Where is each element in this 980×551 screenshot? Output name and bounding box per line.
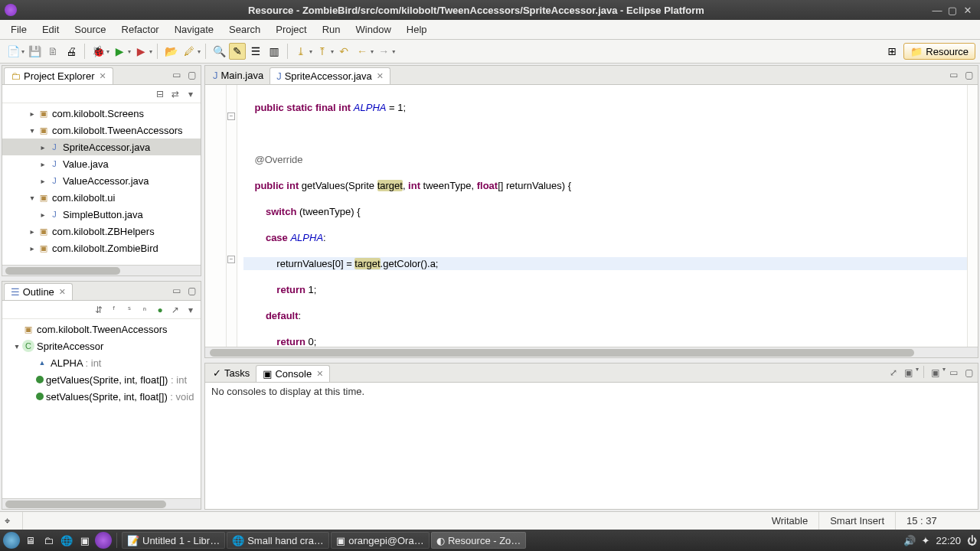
tasks-tab[interactable]: ✓ Tasks [207,365,256,381]
show-desktop-button[interactable]: 🖥 [21,532,38,549]
sort-button[interactable]: ⇵ [92,303,106,317]
eclipse-launcher[interactable] [95,532,112,549]
open-type-button[interactable]: 📂 [162,43,179,60]
toggle-mark-button[interactable]: ▥ [266,43,283,60]
twisty-icon[interactable]: ▸ [27,109,38,118]
menu-project[interactable]: Project [268,21,314,38]
nav-up-button[interactable]: ⤒ [314,43,331,60]
editor-tab-main[interactable]: J Main.java [207,67,270,83]
panel-maximize-button[interactable]: ▢ [962,366,976,380]
minimize-button[interactable]: — [929,5,945,16]
menu-search[interactable]: Search [221,21,268,38]
task-item[interactable]: 📝Untitled 1 - Libr… [122,532,225,549]
close-icon[interactable]: ✕ [59,287,66,297]
fold-marker[interactable]: − [227,112,235,120]
hide-local-button[interactable]: ● [153,303,167,317]
tree-row[interactable]: ▲ALPHA : int [2,354,201,371]
save-all-button[interactable]: 🗎 [44,43,61,60]
maximize-button[interactable]: ▢ [945,5,960,16]
tree-row[interactable]: ▾▣com.kilobolt.ui [2,189,201,206]
close-icon[interactable]: ✕ [99,71,106,81]
task-item[interactable]: ▣orangepi@Ora… [331,532,430,549]
close-icon[interactable]: ✕ [316,369,323,379]
tree-row[interactable]: ▸▣com.kilobolt.ZBHelpers [2,223,201,240]
twisty-icon[interactable]: ▾ [27,126,38,135]
open-console-button[interactable]: ▣ [929,366,942,380]
outline-tab[interactable]: ☰ Outline ✕ [4,283,73,300]
hide-nonpublic-button[interactable]: ⁿ [138,303,152,317]
twisty-icon[interactable]: ▸ [38,143,48,152]
task-item[interactable]: 🌐Small hand cra… [227,532,329,549]
file-manager-button[interactable]: 🗀 [40,532,57,549]
editor-area[interactable]: − − public static final int ALPHA = 1; @… [205,85,978,347]
perspective-resource[interactable]: 📁 Resource [903,43,975,60]
power-icon[interactable]: ⏻ [967,535,977,546]
start-button[interactable] [3,532,20,549]
tree-row[interactable]: ▾▣com.kilobolt.TweenAccessors [2,122,201,139]
tree-row[interactable]: ▸JSimpleButton.java [2,206,201,223]
focus-button[interactable]: ↗ [168,303,182,317]
save-button[interactable]: 💾 [26,43,43,60]
menu-navigate[interactable]: Navigate [167,21,221,38]
twisty-icon[interactable]: ▸ [38,210,48,219]
menu-window[interactable]: Window [348,21,399,38]
menu-edit[interactable]: Edit [34,21,67,38]
tree-row[interactable]: ▾CSpriteAccessor [2,337,201,354]
tree-row[interactable]: ▸▣com.kilobolt.Screens [2,105,201,122]
nav-down-button[interactable]: ⤓ [292,43,309,60]
project-explorer-tree[interactable]: ▸▣com.kilobolt.Screens▾▣com.kilobolt.Twe… [2,103,201,265]
link-editor-button[interactable]: ⇄ [168,87,182,101]
tree-row[interactable]: ▸▣com.kilobolt.ZombieBird [2,240,201,256]
volume-icon[interactable]: 🔊 [903,535,916,546]
horizontal-scrollbar[interactable] [2,498,201,509]
tree-row[interactable]: ▸JSpriteAccessor.java [2,139,201,155]
project-explorer-tab[interactable]: 🗀 Project Explorer ✕ [4,67,113,84]
ext-tools-button[interactable]: ▶ [132,43,149,60]
search-button[interactable]: 🔍 [211,43,227,60]
menu-refactor[interactable]: Refactor [114,21,167,38]
tree-row[interactable]: getValues(Sprite, int, float[]) : int [2,371,201,388]
back-button[interactable]: ← [354,43,371,60]
annotate-button[interactable]: ✎ [229,43,246,60]
twisty-icon[interactable]: ▸ [27,244,38,253]
twisty-icon[interactable]: ▸ [38,160,48,168]
panel-minimize-button[interactable]: ▭ [947,68,961,82]
panel-maximize-button[interactable]: ▢ [185,284,199,298]
panel-maximize-button[interactable]: ▢ [962,68,976,82]
open-perspective-button[interactable]: ⊞ [884,43,900,60]
twisty-icon[interactable]: ▸ [38,177,48,185]
collapse-all-button[interactable]: ⊟ [153,87,167,101]
pin-console-button[interactable]: ⤢ [887,366,900,380]
close-icon[interactable]: ✕ [377,71,384,81]
tree-row[interactable]: setValues(Sprite, int, float[]) : void [2,388,201,405]
network-icon[interactable]: ✦ [922,535,930,546]
run-button[interactable]: ▶ [111,43,128,60]
open-task-button[interactable]: 🖉 [181,43,198,60]
view-menu-button[interactable]: ▾ [184,87,198,101]
view-menu-button[interactable]: ▾ [184,303,198,317]
code-editor[interactable]: public static final int ALPHA = 1; @Over… [237,85,967,347]
print-button[interactable]: 🖨 [63,43,80,60]
menu-run[interactable]: Run [315,21,348,38]
editor-tab-spriteaccessor[interactable]: J SpriteAccessor.java ✕ [270,67,390,84]
console-tab[interactable]: ▣ Console ✕ [256,365,330,382]
toggle-breadcrumb-button[interactable]: ☰ [247,43,264,60]
editor-fold-column[interactable]: − − [227,85,237,347]
forward-button[interactable]: → [375,43,392,60]
panel-minimize-button[interactable]: ▭ [170,68,184,82]
panel-minimize-button[interactable]: ▭ [947,366,961,380]
back-last-button[interactable]: ↶ [335,43,352,60]
terminal-button[interactable]: ▣ [77,532,93,549]
task-item[interactable]: ◐Resource - Zo… [431,532,527,549]
panel-minimize-button[interactable]: ▭ [170,284,184,298]
browser-button[interactable]: 🌐 [58,532,75,549]
twisty-icon[interactable]: ▾ [11,342,22,350]
overview-ruler[interactable] [967,85,978,347]
twisty-icon[interactable]: ▾ [27,194,38,202]
display-console-button[interactable]: ▣ [902,366,916,380]
panel-maximize-button[interactable]: ▢ [185,68,199,82]
clock[interactable]: 22:20 [936,535,961,546]
outline-tree[interactable]: ▣com.kilobolt.TweenAccessors▾CSpriteAcce… [2,319,201,498]
horizontal-scrollbar[interactable] [2,265,201,276]
debug-button[interactable]: 🐞 [90,43,106,60]
